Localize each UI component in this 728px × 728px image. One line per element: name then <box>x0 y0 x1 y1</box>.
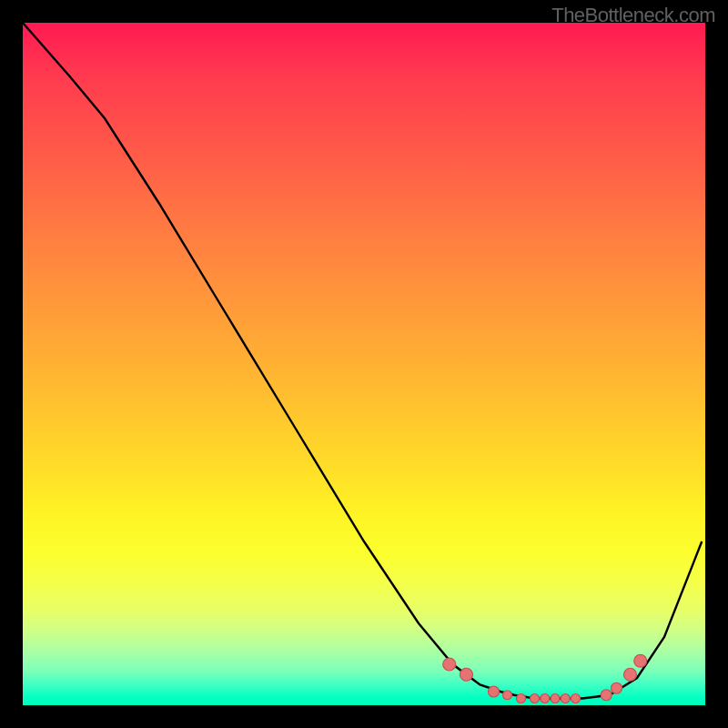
highlight-dot <box>634 654 647 667</box>
highlight-dot <box>489 686 500 697</box>
highlight-dot <box>503 691 512 700</box>
highlight-dot <box>612 682 622 693</box>
chart-frame: TheBottleneck.com <box>0 0 728 728</box>
bottleneck-curve <box>23 23 702 699</box>
highlight-dot <box>517 694 526 703</box>
highlight-dot <box>541 694 550 703</box>
highlight-dot <box>531 694 540 703</box>
highlight-dot <box>624 668 637 681</box>
highlight-dot <box>443 658 456 671</box>
watermark-text: TheBottleneck.com <box>551 4 715 27</box>
curve-svg <box>23 23 705 705</box>
highlight-dot <box>460 668 473 681</box>
highlight-dot <box>561 694 570 703</box>
highlight-dot <box>571 694 581 703</box>
gradient-plot <box>23 23 705 705</box>
highlight-dot <box>601 690 612 701</box>
highlight-dot <box>551 694 560 703</box>
